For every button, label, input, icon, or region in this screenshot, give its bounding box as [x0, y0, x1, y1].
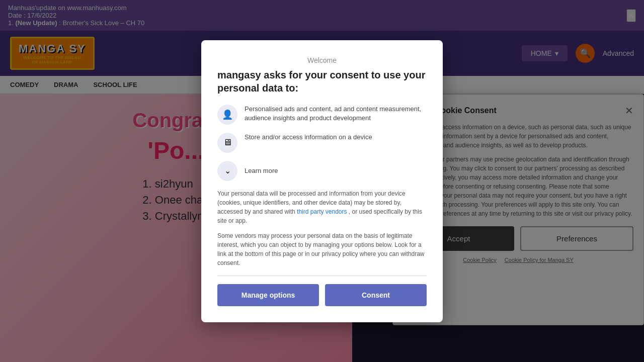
- consent-item-2: 🖥 Store and/or access information on a d…: [217, 133, 427, 153]
- device-storage-icon: 🖥: [217, 133, 237, 153]
- consent-body-text1: Your personal data will be processed and…: [217, 189, 427, 225]
- chevron-down-icon[interactable]: ⌄: [217, 161, 237, 181]
- modal-buttons: Manage options Consent: [217, 284, 427, 306]
- third-party-vendors-link[interactable]: third party vendors: [297, 208, 347, 215]
- modal-title: mangasy asks for your consent to use you…: [217, 68, 427, 95]
- learn-more-label[interactable]: Learn more: [245, 167, 278, 174]
- consent-item-2-text: Store and/or access information on a dev…: [245, 133, 372, 142]
- personalised-ads-icon: 👤: [217, 105, 237, 125]
- consent-body-text3: Some vendors may process your personal d…: [217, 231, 427, 267]
- manage-options-button[interactable]: Manage options: [217, 284, 319, 306]
- modal-overlay: Welcome mangasy asks for your consent to…: [0, 0, 644, 362]
- consent-item-1: 👤 Personalised ads and content, ad and c…: [217, 105, 427, 125]
- learn-more-item[interactable]: ⌄ Learn more: [217, 161, 427, 181]
- consent-modal: Welcome mangasy asks for your consent to…: [201, 40, 443, 322]
- consent-button[interactable]: Consent: [325, 284, 427, 306]
- modal-welcome-label: Welcome: [217, 56, 427, 64]
- consent-divider: [217, 276, 427, 276]
- consent-item-1-text: Personalised ads and content, ad and con…: [245, 105, 427, 123]
